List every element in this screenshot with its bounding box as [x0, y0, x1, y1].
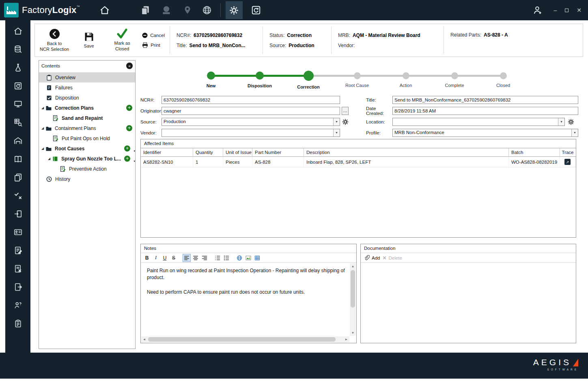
expander-icon[interactable]: ◢	[40, 147, 45, 150]
toolbar-divider	[220, 3, 221, 17]
italic-button[interactable]: I	[152, 254, 160, 262]
cancel-button[interactable]: Cancel	[142, 32, 165, 38]
mark-as-closed-button[interactable]: Mark asClosed	[109, 28, 136, 52]
sidebar-copy-documents-icon[interactable]	[13, 172, 23, 182]
scroll-down-icon[interactable]: ▼	[350, 330, 356, 336]
table-row[interactable]: AS8282-SN10 1 Pieces AS-828 Inboard Flap…	[141, 157, 576, 167]
dropdown-arrow-icon[interactable]: ▼	[558, 118, 564, 126]
maximize-button[interactable]	[565, 9, 569, 12]
underline-button[interactable]: U	[161, 254, 169, 262]
align-left-button[interactable]	[183, 254, 191, 262]
dropdown-arrow-icon[interactable]: ▼	[333, 129, 340, 136]
insert-image-icon[interactable]	[244, 254, 252, 262]
dropdown-arrow-icon[interactable]: ▼	[571, 129, 578, 136]
back-to-ncr-selection-button[interactable]: Back toNCR Selection	[40, 28, 69, 52]
scroll-right-icon[interactable]: ►	[343, 336, 349, 342]
minimize-button[interactable]: –	[554, 7, 557, 13]
home-icon[interactable]	[98, 3, 112, 17]
add-action-menu-icon[interactable]: ▾	[134, 160, 135, 163]
paperclip-icon	[364, 255, 370, 261]
delete-document-button[interactable]: ✕ Delete	[382, 255, 402, 261]
location-settings-gear-icon[interactable]	[567, 118, 575, 126]
align-right-button[interactable]	[200, 254, 209, 262]
add-document-button[interactable]: Add	[364, 255, 380, 261]
sidebar-report-cancel-icon[interactable]	[13, 264, 23, 273]
bold-button[interactable]: B	[143, 254, 151, 262]
aegis-triangle-icon	[573, 359, 578, 366]
settings-icon[interactable]	[226, 1, 243, 19]
mrb-value: AQM - Material Review Board	[353, 32, 420, 38]
vendor-dropdown[interactable]: ▼	[162, 129, 340, 137]
sidebar-support-icon[interactable]	[13, 300, 23, 310]
tree-item-root-causes[interactable]: ◢ Root Causes + ▾	[39, 143, 135, 154]
add-containment-plan-button[interactable]: +	[126, 125, 132, 131]
sidebar-report-edit-icon[interactable]	[13, 245, 23, 255]
scroll-left-icon[interactable]: ◄	[141, 336, 147, 342]
ncr-number-input[interactable]	[162, 96, 340, 104]
sidebar-receive-icon[interactable]	[13, 209, 23, 219]
tree-item-history[interactable]: History	[39, 174, 135, 184]
expander-icon[interactable]: ◢	[40, 106, 45, 110]
bullet-list-button[interactable]	[222, 254, 230, 262]
originator-browse-button[interactable]: …	[342, 107, 349, 115]
tree-item-containment-plans[interactable]: ◢ Containment Plans +	[39, 123, 135, 133]
align-center-button[interactable]	[192, 254, 200, 262]
numbered-list-button[interactable]	[213, 254, 222, 262]
print-button[interactable]: Print	[142, 42, 165, 48]
scrollbar-thumb[interactable]	[351, 270, 355, 308]
globe-icon[interactable]	[200, 3, 214, 17]
documents-icon[interactable]	[138, 3, 152, 17]
sidebar-home-icon[interactable]	[13, 26, 23, 36]
add-action-button[interactable]: +	[124, 156, 130, 162]
add-correction-plan-button[interactable]: +	[126, 105, 132, 111]
sidebar-clipboard-icon[interactable]	[13, 318, 23, 328]
originator-input[interactable]	[162, 107, 340, 115]
add-root-cause-menu-icon[interactable]: ▾	[134, 150, 135, 153]
add-user-icon[interactable]	[531, 3, 545, 17]
workflow-stepper: New Disposition Correction Root Cause Ac…	[136, 65, 584, 93]
title-input[interactable]	[392, 96, 578, 104]
sidebar-warehouse-icon[interactable]	[13, 136, 23, 145]
notes-vertical-scrollbar[interactable]: ▲ ▼	[350, 263, 356, 336]
profile-dropdown[interactable]: MRB Non-Conformance▼	[392, 129, 578, 137]
source-dropdown[interactable]: Production▼	[162, 118, 340, 126]
location-dropdown[interactable]: ▼	[392, 118, 565, 126]
notes-editor[interactable]: Paint Run on wing recorded at Paint Insp…	[141, 263, 356, 336]
sidebar-revisions-icon[interactable]	[13, 81, 23, 91]
tree-item-overview[interactable]: Overview	[39, 72, 135, 82]
location-icon[interactable]	[181, 3, 194, 17]
tree-item-correction-plans[interactable]: ◢ Correction Plans +	[39, 103, 135, 113]
insert-table-icon[interactable]	[253, 254, 261, 262]
expander-icon[interactable]: ◢	[40, 126, 45, 130]
sidebar-library-icon[interactable]	[13, 154, 23, 164]
sidebar-engineering-icon[interactable]	[13, 63, 23, 72]
collapse-panel-icon[interactable]: «	[126, 63, 133, 69]
expander-icon[interactable]: ◢	[47, 157, 52, 160]
network-icon[interactable]	[159, 3, 173, 17]
dropdown-arrow-icon[interactable]: ▼	[333, 118, 340, 126]
sidebar-materials-icon[interactable]	[13, 44, 23, 54]
sidebar-workstation-icon[interactable]	[13, 99, 23, 109]
scrollbar-thumb[interactable]	[148, 337, 336, 342]
trace-link-icon[interactable]: ↗	[564, 159, 571, 165]
history-icon[interactable]	[249, 3, 263, 17]
tree-item-preventive-action[interactable]: Preventive Action	[39, 164, 135, 174]
save-button[interactable]: Save	[75, 32, 102, 49]
notes-horizontal-scrollbar[interactable]: ◄ ►	[141, 336, 349, 342]
strikethrough-button[interactable]: S	[170, 254, 178, 262]
tree-item-failures[interactable]: Failures	[39, 82, 135, 93]
add-root-cause-button[interactable]: +	[124, 145, 130, 152]
sidebar-report-export-icon[interactable]	[13, 282, 23, 292]
sidebar-audit-search-icon[interactable]	[13, 117, 23, 127]
date-created-input[interactable]	[392, 107, 578, 115]
source-settings-gear-icon[interactable]	[342, 118, 349, 126]
tree-item-disposition[interactable]: Disposition	[39, 93, 135, 103]
close-button[interactable]: ✕	[577, 7, 582, 13]
sidebar-verify-icon[interactable]	[13, 191, 23, 200]
sidebar-badge-icon[interactable]	[13, 227, 23, 237]
tree-item-put-paint-ops-on-hold[interactable]: Put Paint Ops on Hold	[39, 133, 135, 143]
hyperlink-globe-icon[interactable]	[235, 254, 243, 262]
scroll-up-icon[interactable]: ▲	[350, 263, 356, 269]
tree-item-sand-and-repaint[interactable]: Sand and Repaint	[39, 113, 135, 123]
tree-item-spray-gun-nozzle[interactable]: ◢ Spray Gun Nozzle Too L... + ▾	[39, 154, 135, 164]
